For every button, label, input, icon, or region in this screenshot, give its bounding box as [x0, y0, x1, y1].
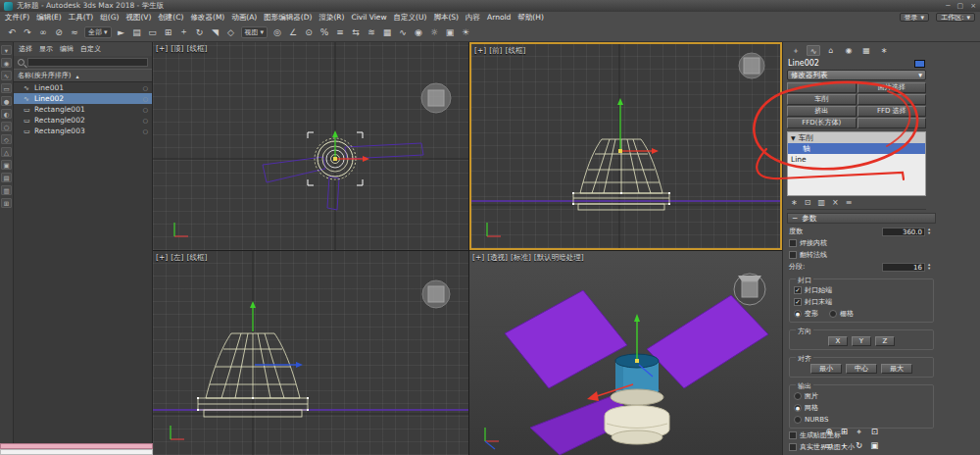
viewcube[interactable] [734, 274, 765, 305]
viewport-shading-label[interactable]: [线框] [187, 253, 208, 263]
modifier-set-button[interactable] [858, 118, 927, 128]
visibility-toggle[interactable]: ○ [143, 84, 148, 91]
minimize-button[interactable]: ─ [946, 2, 950, 10]
visibility-toggle[interactable]: ○ [143, 106, 148, 113]
direction-y-button[interactable]: Y [852, 336, 871, 346]
make-unique-icon[interactable]: ▥ [817, 198, 825, 207]
close-button[interactable]: × [970, 2, 976, 10]
stack-item-axis[interactable]: 轴 [788, 143, 925, 154]
pivot-center-icon[interactable]: ◎ [271, 27, 283, 37]
viewport-shading-label[interactable]: [默认明暗处理] [534, 253, 584, 263]
direction-x-button[interactable]: X [828, 336, 848, 346]
menu-file[interactable]: 文件(F) [5, 13, 29, 23]
select-object-icon[interactable]: ► [116, 27, 127, 37]
tab-display[interactable]: ▦ [859, 45, 873, 56]
maximize-viewport-icon[interactable]: ▣ [867, 438, 883, 452]
explorer-menu-customize[interactable]: 自定义 [80, 44, 101, 54]
explorer-tool-icon[interactable]: ⊞ [1, 198, 12, 208]
bind-spacewarp-icon[interactable]: ≈ [69, 27, 80, 37]
viewport-top[interactable]: [+] [顶] [线框] [153, 42, 468, 250]
zoom-all-icon[interactable]: ⊞ [837, 425, 853, 438]
explorer-tool-icon[interactable]: ▣ [1, 160, 12, 170]
menu-create[interactable]: 创建(C) [158, 13, 183, 23]
viewcube[interactable] [739, 53, 764, 78]
modifier-set-button[interactable] [858, 94, 927, 105]
menu-graph-editors[interactable]: 图形编辑器(D) [264, 13, 312, 23]
maxscript-mini-listener[interactable] [0, 443, 153, 455]
explorer-menu-select[interactable]: 选择 [19, 44, 32, 54]
list-item-selected[interactable]: ∿ Line002 ○ [14, 93, 152, 104]
zoom-extents-icon[interactable]: ⌖ [852, 425, 867, 438]
render-frame-icon[interactable]: ▣ [444, 27, 456, 37]
workspace-selector[interactable]: 工作区:▾ [936, 13, 975, 22]
tab-modify[interactable]: ∿ [807, 45, 820, 56]
tab-motion[interactable]: ◉ [842, 45, 856, 56]
output-nurbs-radio[interactable] [794, 416, 802, 424]
viewcube[interactable] [422, 280, 450, 308]
viewport-pov-label[interactable]: [左] [171, 253, 183, 263]
curve-editor-icon[interactable]: ∿ [397, 27, 409, 37]
move-gizmo[interactable] [617, 98, 659, 154]
modifier-set-button[interactable] [787, 82, 857, 93]
orbit-icon[interactable]: ↻ [852, 438, 867, 452]
expand-arrow-icon[interactable]: ▼ [791, 134, 796, 141]
selection-filter-dropdown[interactable]: 全部▾ [84, 26, 112, 38]
tab-utilities[interactable]: ∗ [877, 45, 891, 56]
viewcube[interactable] [421, 83, 451, 113]
blade-splines[interactable] [263, 143, 423, 210]
modifier-set-button[interactable]: FFD(长方体) [787, 118, 857, 128]
select-rotate-icon[interactable]: ↻ [194, 27, 206, 37]
viewport-left[interactable]: [+] [左] [线框] [153, 251, 468, 455]
generate-mapping-checkbox[interactable] [789, 431, 797, 439]
viewport-pov-label[interactable]: [顶] [171, 44, 183, 54]
snap-toggle-icon[interactable]: ∠ [287, 27, 299, 37]
segments-field[interactable]: 16 [882, 263, 925, 272]
undo-icon[interactable]: ↶ [6, 27, 18, 37]
visibility-toggle[interactable]: ○ [143, 117, 148, 124]
align-center-button[interactable]: 中心 [846, 364, 877, 374]
search-input[interactable] [27, 58, 148, 67]
fan-base-dome[interactable] [605, 389, 669, 444]
menu-arnold[interactable]: Arnold [487, 13, 511, 22]
lathe-dome-wireframe[interactable] [198, 333, 308, 417]
explorer-tool-icon[interactable]: ∿ [1, 71, 12, 80]
modifier-set-button[interactable]: 挤出 [787, 106, 857, 117]
output-mesh-radio[interactable]: ● [794, 404, 802, 412]
degrees-field[interactable]: 360.0 [882, 228, 925, 236]
morph-radio[interactable]: ● [794, 310, 802, 318]
visibility-toggle[interactable]: ○ [143, 95, 148, 102]
material-editor-icon[interactable]: ◉ [413, 27, 424, 37]
angle-snap-icon[interactable]: ⊙ [303, 27, 315, 37]
explorer-tool-icon[interactable]: ▤ [1, 173, 12, 182]
output-patch-radio[interactable] [794, 392, 802, 400]
flip-normals-checkbox[interactable] [789, 251, 797, 259]
object-color-swatch[interactable] [914, 60, 925, 68]
menu-views[interactable]: 视图(V) [125, 13, 151, 23]
modifier-set-button[interactable]: 面片选择 [858, 82, 927, 93]
menu-help[interactable]: 帮助(H) [517, 13, 544, 23]
list-item[interactable]: ▭ Rectangle002 ○ [14, 115, 152, 126]
render-production-icon[interactable]: ☀ [460, 27, 471, 37]
menu-animation[interactable]: 动画(A) [231, 13, 257, 23]
unlink-icon[interactable]: ⊘ [53, 27, 65, 37]
explorer-tool-icon[interactable]: ● [1, 96, 12, 106]
spinner-icon[interactable]: ▴▾ [928, 228, 934, 235]
reference-coord-dropdown[interactable]: 视图▾ [241, 26, 269, 38]
tab-create[interactable]: ＋ [789, 45, 803, 56]
explorer-menu-display[interactable]: 显示 [39, 44, 53, 54]
mirror-icon[interactable]: ⇆ [350, 27, 362, 37]
modifier-list-dropdown[interactable]: 修改器列表 ▾ [787, 70, 926, 80]
zoom-extents-all-icon[interactable]: ⊡ [867, 425, 883, 438]
direction-z-button[interactable]: Z [875, 336, 895, 346]
viewport-standard-label[interactable]: [标准] [511, 253, 531, 263]
explorer-tool-icon[interactable]: ◉ [1, 58, 12, 68]
menu-edit[interactable]: 编辑(E) [36, 13, 62, 23]
menu-content[interactable]: 内容 [466, 13, 480, 23]
redo-icon[interactable]: ↷ [22, 27, 33, 37]
select-place-icon[interactable]: ◇ [225, 27, 237, 37]
stack-item-lathe[interactable]: ▼ 车削 [788, 132, 925, 143]
pin-stack-icon[interactable]: ∗ [791, 198, 798, 207]
menu-modifiers[interactable]: 修改器(M) [190, 13, 224, 23]
explorer-tool-icon[interactable]: ▾ [1, 45, 12, 55]
align-icon[interactable]: ≋ [366, 27, 377, 37]
